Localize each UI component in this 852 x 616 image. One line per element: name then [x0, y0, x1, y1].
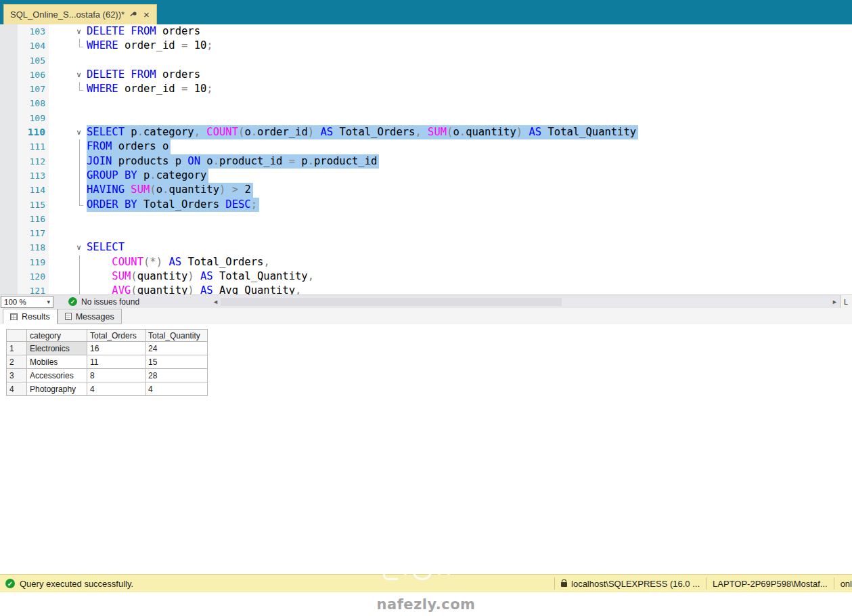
indicator-margin [0, 284, 18, 294]
fold-collapse-icon[interactable]: ∨ [74, 240, 84, 254]
fold-collapse-icon[interactable]: ∨ [74, 24, 84, 38]
scrollbar-track[interactable] [221, 298, 830, 306]
tab-messages[interactable]: Messages [58, 309, 122, 324]
health-indicator[interactable]: ✓ No issues found [68, 297, 139, 307]
fold-margin [49, 212, 87, 226]
table-row: 4Photography44 [7, 382, 208, 396]
indicator-margin [0, 111, 18, 125]
column-header[interactable]: category [27, 330, 87, 342]
indicator-margin [0, 240, 18, 255]
status-bar: ✓ Query executed successfully. localhost… [0, 574, 852, 592]
column-header[interactable]: Total_Quantity [145, 330, 208, 342]
grid-cell[interactable]: Photography [27, 382, 87, 396]
grid-corner-cell[interactable] [7, 330, 27, 342]
grid-cell[interactable]: Mobiles [27, 355, 87, 369]
scroll-left-icon[interactable]: ◄ [210, 299, 221, 305]
code-line[interactable]: 119 COUNT(*) AS Total_Orders, [0, 255, 852, 269]
table-row: 3Accessories828 [7, 369, 208, 382]
zoom-value: 100 % [4, 298, 26, 306]
document-tab[interactable]: SQL_Online_S...ostafa (62))* × [3, 4, 157, 24]
results-tab-strip: Results Messages [0, 308, 852, 324]
line-number: 106 [18, 68, 49, 82]
nafezly-watermark: nafezly.com [377, 596, 476, 613]
code-text: SUM(quantity) AS Total_Quantity, [87, 269, 314, 284]
code-line[interactable]: 106∨DELETE FROM orders [0, 68, 852, 82]
row-header[interactable]: 1 [7, 342, 27, 355]
fold-collapse-icon[interactable]: ∨ [74, 125, 84, 139]
code-line[interactable]: 112JOIN products p ON o.product_id = p.p… [0, 154, 852, 169]
line-number: 108 [18, 96, 49, 110]
indicator-margin [0, 24, 18, 39]
indicator-margin [0, 226, 18, 240]
fold-margin [49, 269, 87, 284]
code-line[interactable]: 113GROUP BY p.category [0, 169, 852, 183]
indicator-margin [0, 53, 18, 68]
grid-cell[interactable]: Accessories [27, 369, 87, 382]
grid-cell[interactable]: 24 [145, 342, 208, 355]
code-line[interactable]: 117 [0, 226, 852, 240]
code-line[interactable]: 120 SUM(quantity) AS Total_Quantity, [0, 269, 852, 284]
status-right-clipped: onl [840, 579, 852, 589]
scroll-right-icon[interactable]: ► [830, 299, 840, 305]
fold-margin [49, 96, 87, 110]
messages-icon [65, 313, 72, 320]
watermark-strip: nafezly.com [0, 592, 852, 616]
line-number: 103 [18, 24, 49, 39]
code-line[interactable]: 103∨DELETE FROM orders [0, 24, 852, 39]
code-line[interactable]: 104WHERE order_id = 10; [0, 39, 852, 53]
code-line[interactable]: 108 [0, 96, 852, 110]
sql-editor[interactable]: 103∨DELETE FROM orders104WHERE order_id … [0, 24, 852, 294]
code-line[interactable]: 118∨SELECT [0, 240, 852, 255]
code-text: WHERE order_id = 10; [87, 39, 213, 53]
table-row: 1Electronics1624 [7, 342, 208, 355]
server-name: localhost\SQLEXPRESS (16.0 ... [571, 579, 700, 589]
indicator-margin [0, 198, 18, 212]
code-text: AVG(quantity) AS Avg_Quantity, [87, 284, 301, 294]
indicator-margin [0, 139, 18, 154]
line-number: 109 [18, 111, 49, 125]
code-line[interactable]: 107WHERE order_id = 10; [0, 82, 852, 96]
table-row: 2Mobiles1115 [7, 355, 208, 369]
horizontal-scrollbar[interactable]: ◄ ► [210, 295, 840, 308]
grid-cell[interactable]: 4 [87, 382, 145, 396]
code-text: COUNT(*) AS Total_Orders, [87, 255, 270, 269]
code-line[interactable]: 109 [0, 111, 852, 125]
grid-cell[interactable]: 11 [87, 355, 145, 369]
tab-results[interactable]: Results [3, 309, 58, 324]
chevron-down-icon: ▾ [47, 299, 50, 305]
code-line[interactable]: 110∨SELECT p.category, COUNT(o.order_id)… [0, 125, 852, 139]
code-line[interactable]: 105 [0, 53, 852, 68]
code-line[interactable]: 115ORDER BY Total_Orders DESC; [0, 198, 852, 212]
row-header[interactable]: 2 [7, 355, 27, 369]
code-text: SELECT [87, 240, 125, 255]
close-icon[interactable]: × [143, 9, 150, 20]
line-number: 118 [18, 240, 49, 255]
code-line[interactable]: 116 [0, 212, 852, 226]
line-number: 113 [18, 169, 49, 183]
editor-status-strip: 100 % ▾ ✓ No issues found ◄ ► L [0, 294, 852, 308]
grid-cell[interactable]: 15 [145, 355, 208, 369]
pin-icon[interactable] [130, 11, 137, 18]
code-line[interactable]: 111FROM orders o [0, 139, 852, 154]
code-line[interactable]: 114HAVING SUM(o.quantity) > 2 [0, 183, 852, 197]
indicator-margin [0, 169, 18, 183]
row-header[interactable]: 4 [7, 382, 27, 396]
health-label: No issues found [81, 297, 139, 307]
fold-collapse-icon[interactable]: ∨ [74, 68, 84, 81]
fold-margin [49, 284, 87, 294]
fold-margin [49, 226, 87, 240]
code-line[interactable]: 121 AVG(quantity) AS Avg_Quantity, [0, 284, 852, 294]
grid-cell[interactable]: 28 [145, 369, 208, 382]
indicator-margin [0, 96, 18, 110]
indicator-margin [0, 125, 18, 139]
fold-margin [49, 39, 87, 53]
grid-cell[interactable]: 16 [87, 342, 145, 355]
check-icon: ✓ [68, 297, 77, 306]
zoom-dropdown[interactable]: 100 % ▾ [1, 296, 53, 308]
line-number: 115 [18, 198, 49, 212]
grid-cell[interactable]: 4 [145, 382, 208, 396]
grid-cell[interactable]: Electronics [27, 342, 87, 355]
grid-cell[interactable]: 8 [87, 369, 145, 382]
column-header[interactable]: Total_Orders [87, 330, 145, 342]
row-header[interactable]: 3 [7, 369, 27, 382]
